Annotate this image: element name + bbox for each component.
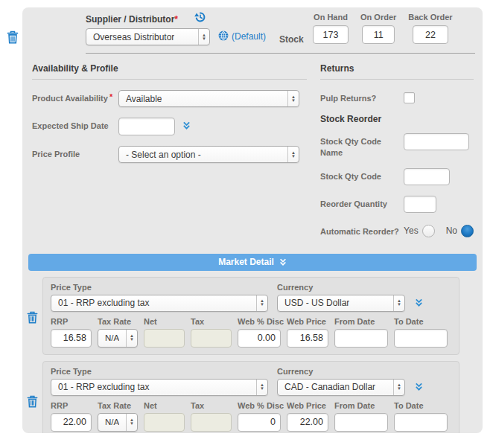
- net-input: [144, 329, 185, 348]
- returns-heading: Returns: [320, 63, 474, 80]
- price-type-select[interactable]: 01 - RRP excluding tax ▲▼: [51, 295, 268, 312]
- web-disc-label: Web % Disc: [238, 317, 281, 326]
- product-availability-value: Available: [119, 94, 162, 104]
- required-asterisk: *: [174, 14, 178, 25]
- tax-input: [191, 413, 232, 432]
- delete-supplier-icon[interactable]: [7, 31, 19, 44]
- automatic-reorder-row: Automatic Reorder? Yes No: [320, 223, 474, 237]
- reorder-quantity-input[interactable]: [404, 196, 436, 213]
- back-order-input[interactable]: [413, 25, 448, 44]
- tax-rate-label: Tax Rate: [98, 317, 138, 326]
- stock-group: On Hand On Order Back Order: [313, 13, 453, 44]
- rrp-label: RRP: [51, 317, 92, 326]
- radio-yes[interactable]: [422, 225, 435, 237]
- on-order-input[interactable]: [362, 25, 395, 44]
- net-input: [144, 413, 185, 432]
- to-date-label: To Date: [394, 401, 448, 410]
- stock-on-hand: On Hand: [313, 13, 349, 44]
- net-label: Net: [144, 401, 185, 410]
- select-stepper-icon: ▲▼: [126, 330, 137, 347]
- supplier-select[interactable]: Overseas Distributor ▲▼: [86, 28, 210, 45]
- tax-rate-value: N/A: [98, 417, 119, 426]
- web-disc-input[interactable]: [238, 413, 281, 432]
- product-availability-label: Product Availability: [32, 90, 109, 103]
- pulp-returns-checkbox[interactable]: [404, 92, 415, 103]
- select-stepper-icon: ▲▼: [256, 380, 267, 395]
- price-type-label: Price Type: [51, 367, 268, 376]
- stock-qty-code-name-input[interactable]: [404, 133, 469, 150]
- expected-ship-date-label: Expected Ship Date: [32, 118, 109, 131]
- to-date-input[interactable]: [394, 329, 448, 348]
- price-profile-select[interactable]: - Select an option - ▲▼: [118, 146, 299, 163]
- chevron-double-down-icon[interactable]: [415, 383, 423, 391]
- tax-rate-value: N/A: [98, 333, 119, 342]
- page: Supplier / Distributor* Overseas Distrib…: [0, 0, 493, 448]
- delete-price-icon[interactable]: [27, 311, 38, 324]
- product-availability-select[interactable]: Available ▲▼: [118, 90, 299, 107]
- price-profile-row: Price Profile - Select an option - ▲▼: [32, 146, 307, 163]
- product-availability-row: Product Availability * Available ▲▼: [32, 90, 307, 107]
- from-date-label: From Date: [334, 401, 388, 410]
- currency-label: Currency: [277, 283, 405, 292]
- automatic-reorder-radios: Yes No: [404, 223, 474, 237]
- market-detail-bar[interactable]: Market Detail: [28, 254, 477, 271]
- price-block: Price Type 01 - RRP excluding tax ▲▼ Cur…: [42, 361, 459, 433]
- from-date-input[interactable]: [334, 329, 388, 348]
- net-label: Net: [144, 317, 185, 326]
- on-hand-input[interactable]: [313, 25, 349, 44]
- price-row-wrap: Price Type 01 - RRP excluding tax ▲▼ Cur…: [22, 361, 483, 433]
- currency-select[interactable]: USD - US Dollar ▲▼: [277, 295, 405, 312]
- web-disc-label: Web % Disc: [238, 401, 281, 410]
- stock-qty-code-row: Stock Qty Code: [320, 168, 474, 185]
- web-disc-input[interactable]: [238, 329, 281, 348]
- web-price-input[interactable]: [287, 329, 328, 348]
- tax-rate-label: Tax Rate: [98, 401, 138, 410]
- no-label: No: [446, 225, 457, 236]
- web-price-label: Web Price: [287, 317, 328, 326]
- from-date-label: From Date: [334, 317, 388, 326]
- price-type-value: 01 - RRP excluding tax: [51, 382, 150, 392]
- stock-on-order: On Order: [360, 13, 396, 44]
- history-icon[interactable]: [194, 11, 206, 23]
- price-row-wrap: Price Type 01 - RRP excluding tax ▲▼ Cur…: [22, 277, 483, 355]
- chevron-double-down-icon[interactable]: [415, 298, 423, 307]
- web-price-input[interactable]: [287, 413, 328, 432]
- from-date-input[interactable]: [334, 413, 388, 432]
- tax-label: Tax: [191, 401, 232, 410]
- default-link[interactable]: (Default): [232, 31, 266, 42]
- rrp-input[interactable]: [51, 413, 92, 432]
- reorder-quantity-row: Reorder Quantity: [320, 196, 474, 213]
- select-stepper-icon: ▲▼: [393, 380, 404, 395]
- select-stepper-icon: ▲▼: [287, 147, 299, 162]
- tax-rate-select[interactable]: N/A ▲▼: [98, 413, 138, 432]
- tax-rate-select[interactable]: N/A ▲▼: [98, 329, 138, 348]
- select-stepper-icon: ▲▼: [287, 91, 299, 106]
- supplier-label: Supplier / Distributor*: [86, 14, 178, 25]
- expected-ship-date-row: Expected Ship Date: [32, 118, 307, 135]
- price-type-select[interactable]: 01 - RRP excluding tax ▲▼: [51, 379, 268, 396]
- expected-ship-date-input[interactable]: [118, 118, 175, 135]
- market-detail-label: Market Detail: [218, 257, 274, 267]
- currency-select[interactable]: CAD - Canadian Dollar ▲▼: [277, 379, 405, 396]
- globe-icon[interactable]: [218, 31, 229, 41]
- supplier-select-value: Overseas Distributor: [86, 32, 174, 42]
- availability-heading: Availability & Profile: [32, 63, 307, 80]
- delete-price-icon[interactable]: [27, 395, 38, 408]
- price-profile-value: - Select an option -: [119, 150, 201, 160]
- stock-qty-code-input[interactable]: [404, 168, 450, 185]
- stock-reorder-heading: Stock Reorder: [320, 114, 474, 124]
- web-price-label: Web Price: [287, 401, 328, 410]
- yes-label: Yes: [404, 225, 419, 236]
- automatic-reorder-label: Automatic Reorder?: [320, 223, 404, 237]
- radio-no[interactable]: [461, 225, 474, 237]
- to-date-input[interactable]: [394, 413, 448, 432]
- stock-back-order: Back Order: [408, 13, 452, 44]
- rrp-input[interactable]: [51, 329, 92, 348]
- price-profile-label: Price Profile: [32, 146, 109, 159]
- stock-qty-code-label: Stock Qty Code: [320, 168, 404, 182]
- chevron-double-down-icon[interactable]: [182, 121, 191, 129]
- price-type-value: 01 - RRP excluding tax: [51, 298, 150, 308]
- currency-value: CAD - Canadian Dollar: [278, 382, 375, 392]
- stock-label: Stock: [279, 34, 304, 45]
- reorder-quantity-label: Reorder Quantity: [320, 196, 404, 209]
